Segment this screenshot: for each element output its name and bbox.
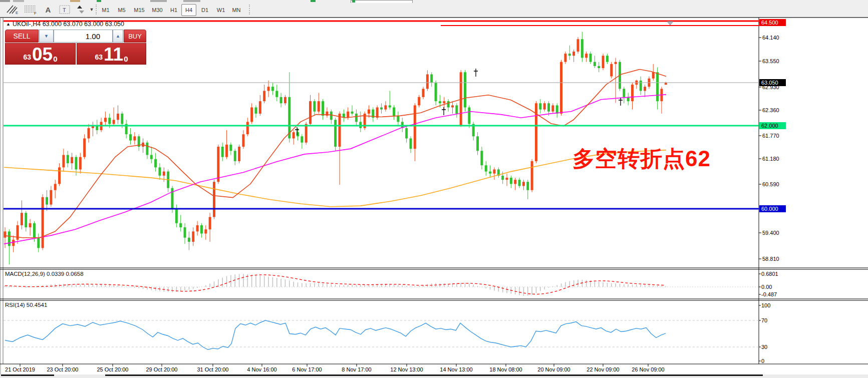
time-axis-label[interactable]: 26 Nov 09:00 bbox=[632, 366, 664, 372]
buy-price-box[interactable]: 63110 bbox=[77, 43, 146, 65]
buy-price-sup: 0 bbox=[124, 55, 128, 63]
rsi-axis-label: 0 bbox=[761, 358, 764, 364]
rsi-axis-label: 30 bbox=[761, 344, 767, 350]
price-axis-label: 61.180 bbox=[762, 156, 779, 162]
time-axis-label[interactable]: 18 Nov 08:00 bbox=[489, 366, 522, 372]
rsi-label: RSI(14) 50.4541 bbox=[5, 302, 47, 308]
rsi-axis-label: 100 bbox=[761, 302, 770, 308]
macd-axis-label: -0.487 bbox=[761, 291, 777, 297]
mt4-window: E F A T ▼ M1M5M1 bbox=[0, 0, 868, 378]
ma-mid bbox=[4, 95, 666, 244]
sell-price-sup: 0 bbox=[53, 55, 57, 63]
buy-price-big: 11 bbox=[104, 46, 123, 63]
macd-axis-label: 0.6801 bbox=[761, 271, 778, 277]
price-axis-label: 63.550 bbox=[762, 58, 779, 64]
time-axis-label[interactable]: 29 Oct 20:00 bbox=[146, 366, 178, 372]
time-axis-label[interactable]: 20 Nov 09:00 bbox=[537, 366, 570, 372]
macd-signal-line bbox=[5, 275, 666, 294]
symbol-ohlc-text: UKOil-,H4 63.000 63.070 63.000 63.050 bbox=[13, 21, 124, 28]
chart-title: ▲UKOil-,H4 63.000 63.070 63.000 63.050 bbox=[6, 21, 124, 28]
rsi-axis-label: 70 bbox=[761, 317, 767, 323]
buy-price-prefix: 63 bbox=[95, 53, 103, 61]
ma-fast bbox=[4, 70, 666, 238]
rsi-line bbox=[5, 320, 666, 349]
crosshair-mark-icon bbox=[619, 98, 623, 106]
price-axis-badge: 64.500 bbox=[759, 19, 786, 26]
price-axis-badge: 60.000 bbox=[759, 205, 786, 212]
price-axis-badge: 62.000 bbox=[759, 122, 786, 129]
buy-button[interactable]: BUY bbox=[124, 30, 146, 43]
time-axis-label[interactable]: 22 Nov 09:00 bbox=[587, 366, 619, 372]
macd-axis-label: 0.00 bbox=[761, 284, 772, 290]
price-axis-label: 64.140 bbox=[762, 35, 779, 41]
object-anchor-icon bbox=[667, 22, 673, 25]
price-axis-label: 58.810 bbox=[762, 256, 779, 262]
ma-slow bbox=[4, 150, 666, 207]
macd-label: MACD(12,26,9) 0.0339 0.0658 bbox=[5, 271, 84, 277]
time-axis-label[interactable]: 25 Oct 20:00 bbox=[97, 366, 129, 372]
sell-price-big: 05 bbox=[32, 46, 53, 63]
time-axis-label[interactable]: 6 Nov 17:00 bbox=[292, 366, 322, 372]
time-axis-label[interactable]: 12 Nov 13:00 bbox=[390, 366, 423, 372]
price-axis-badge: 63.050 bbox=[759, 79, 786, 86]
volume-decrease-button[interactable]: ▼ bbox=[39, 30, 54, 43]
collapse-icon[interactable]: ▲ bbox=[6, 22, 11, 27]
price-axis-label: 59.400 bbox=[762, 230, 779, 236]
time-axis-label[interactable]: 4 Nov 16:00 bbox=[247, 366, 276, 372]
crosshair-mark-icon bbox=[474, 69, 478, 77]
time-axis-label[interactable]: 31 Oct 20:00 bbox=[197, 366, 229, 372]
chart-annotation-text: 多空转折点62 bbox=[572, 144, 711, 174]
price-axis-label: 62.360 bbox=[762, 107, 779, 113]
time-axis-label[interactable]: 14 Nov 13:00 bbox=[440, 366, 472, 372]
one-click-trade-panel: SELL ▼ ▲ BUY 63050 63110 bbox=[4, 29, 146, 65]
sell-price-prefix: 63 bbox=[23, 53, 31, 61]
volume-increase-button[interactable]: ▲ bbox=[113, 30, 123, 43]
time-axis-label[interactable]: 21 Oct 2019 bbox=[5, 366, 35, 372]
price-axis-label: 60.590 bbox=[762, 181, 779, 187]
crosshair-mark-icon bbox=[442, 107, 446, 115]
volume-input[interactable] bbox=[54, 30, 113, 43]
sell-button[interactable]: SELL bbox=[5, 30, 39, 43]
time-axis-label[interactable]: 23 Oct 20:00 bbox=[47, 366, 79, 372]
sell-price-box[interactable]: 63050 bbox=[5, 43, 76, 65]
time-axis-label[interactable]: 8 Nov 17:00 bbox=[342, 366, 371, 372]
price-axis-label: 61.770 bbox=[762, 133, 779, 139]
